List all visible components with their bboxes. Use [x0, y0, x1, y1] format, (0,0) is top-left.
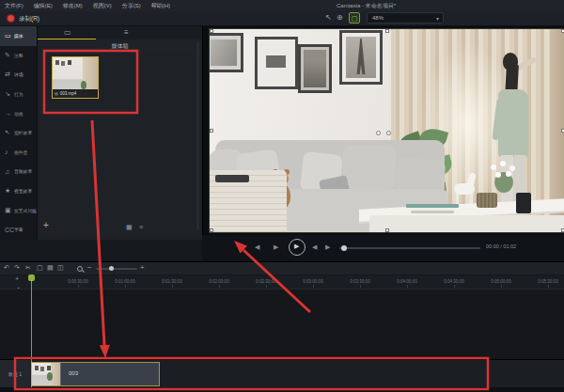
sidebar-item-cursor-effects[interactable]: ↖ 指针效果: [0, 123, 37, 143]
timeline-clip-thumbnail: [32, 363, 60, 385]
menu-item-share[interactable]: 分享(S): [122, 2, 141, 10]
paste-icon[interactable]: ▤: [47, 264, 54, 272]
menu-item-file[interactable]: 文件(F): [5, 2, 24, 10]
sidebar-item-captions[interactable]: CC 字幕: [0, 220, 37, 240]
ruler-timestamp: 0:02:30;00: [256, 279, 275, 284]
ruler-timestamp: 0:05:00;00: [491, 279, 510, 284]
crop-handle[interactable]: [210, 29, 213, 33]
center-handle[interactable]: [376, 131, 381, 135]
sidebar-item-interactivity[interactable]: ▣ 交互式功能: [0, 200, 37, 220]
step-back-icon[interactable]: ◀: [312, 243, 317, 251]
video-canvas[interactable]: [210, 29, 564, 232]
ruler-timestamp: 0:01:00;00: [115, 279, 134, 284]
import-media-button[interactable]: +: [43, 220, 49, 230]
media-clip-thumbnail[interactable]: ▤ 003.mp4: [52, 56, 99, 99]
list-view-icon[interactable]: ≡: [139, 224, 143, 230]
timeline-ruler[interactable]: 0:00:30;00 0:01:00;00 0:01:30;00 0:02:00…: [0, 275, 564, 290]
menu-item-help[interactable]: 帮助(H): [151, 2, 170, 10]
add-track-button[interactable]: +: [15, 275, 19, 282]
redo-icon[interactable]: ↷: [14, 264, 20, 272]
picture-frame: [255, 37, 298, 89]
timeline-clip-003[interactable]: 003: [31, 362, 160, 386]
split-icon[interactable]: ◫: [57, 264, 64, 272]
timeline-clip-label: 003: [69, 370, 78, 376]
sidebar-label: 字幕: [14, 227, 24, 232]
sidebar-label: 媒体: [14, 33, 24, 39]
coffee-table-front: [369, 215, 564, 232]
record-button[interactable]: 录制(R): [19, 15, 39, 24]
step-icon[interactable]: ▶: [274, 243, 278, 251]
sidebar-item-behaviors[interactable]: ↘ 行为: [0, 85, 37, 104]
canvas-zoom-dropdown[interactable]: 48% ▾: [367, 12, 444, 24]
tab-properties-list[interactable]: ≡: [124, 28, 129, 37]
playback-bar: ◀ ▶ ▶ ◀ ▶ 00:00 / 01:02: [202, 235, 564, 261]
play-button[interactable]: ▶: [289, 239, 306, 256]
crop-handle[interactable]: [385, 228, 389, 232]
ruler-timestamp: 0:04:30;00: [444, 279, 463, 284]
crop-handle[interactable]: [385, 29, 389, 33]
record-icon[interactable]: [7, 14, 15, 23]
grid-view-icon[interactable]: ▦: [126, 224, 133, 231]
center-handle[interactable]: [386, 131, 391, 135]
pan-tool-icon[interactable]: ⊕: [337, 13, 343, 23]
sidebar-label: 指针效果: [14, 130, 32, 135]
crop-handle[interactable]: [210, 228, 213, 232]
track-header[interactable]: 轨道 1: [0, 360, 30, 388]
clip-filename: 003.mp4: [60, 91, 77, 96]
tools-sidebar: ▭ 媒体 ✎ 注释 ⇄ 转场 ↘ 行为 → 动画 ↖ 指针效果 ♪ 画外音 ♫ …: [0, 26, 38, 240]
sidebar-item-annotations[interactable]: ✎ 注释: [0, 46, 37, 66]
undo-icon[interactable]: ↶: [4, 264, 9, 272]
sidebar-item-media[interactable]: ▭ 媒体: [0, 26, 37, 46]
menu-item-modify[interactable]: 修改(M): [63, 2, 83, 10]
crop-handle[interactable]: [210, 129, 213, 133]
magic-wand-icon: ★: [5, 187, 14, 195]
active-tab-underline: [38, 39, 96, 40]
timeline-tracks-area[interactable]: [0, 290, 564, 359]
scrubber-track[interactable]: [339, 247, 480, 249]
timeline-zoom-out-button[interactable]: −: [87, 263, 92, 272]
horse-figurine: [452, 172, 478, 206]
microphone-icon: ♪: [5, 149, 14, 155]
scrubber-knob[interactable]: [341, 245, 347, 251]
speaker-object: [516, 193, 531, 213]
sidebar-label: 转场: [14, 72, 24, 78]
time-display: 00:00 / 01:02: [486, 243, 516, 249]
sidebar-item-animations[interactable]: → 动画: [0, 103, 37, 123]
speaker-icon: ♫: [5, 168, 14, 175]
menu-item-edit[interactable]: 编辑(E): [34, 2, 53, 10]
track-name: 轨道 1: [8, 371, 22, 377]
cut-icon[interactable]: ✂: [25, 264, 31, 272]
cursor-effects-icon: ↖: [5, 129, 14, 136]
timeline-zoom-slider[interactable]: [96, 268, 137, 270]
collapse-tracks-icon[interactable]: ⌄: [16, 283, 21, 290]
timeline-zoom-in-button[interactable]: +: [140, 263, 145, 272]
step-forward-icon[interactable]: ▶: [325, 243, 330, 251]
sidebar-item-audio-effects[interactable]: ♫ 音频效果: [0, 162, 37, 181]
cursor-tool-icon[interactable]: ↖: [325, 13, 332, 23]
ruler-timestamp: 0:03:00;00: [303, 279, 322, 284]
crop-tool-icon[interactable]: ▢: [349, 12, 360, 24]
media-bin-title: 媒体箱: [38, 40, 202, 53]
previous-frame-icon[interactable]: ◀: [255, 243, 259, 251]
ruler-timestamp: 0:01:30;00: [162, 279, 181, 284]
media-bin-scrollbar[interactable]: [196, 41, 199, 229]
media-bin-panel: ▭ ≡ 媒体箱 ▤ 003.mp4 + ▦ ≡: [38, 26, 202, 240]
timeline-zoom-knob[interactable]: [109, 266, 114, 271]
sidebar-item-voice-narration[interactable]: ♪ 画外音: [0, 143, 37, 163]
camtasia-window: 文件(F) 编辑(E) 修改(M) 视图(V) 分享(S) 帮助(H) Camt…: [0, 0, 564, 392]
sidebar-item-visual-effects[interactable]: ★ 视觉效果: [0, 181, 37, 201]
air-cooler: [210, 170, 287, 232]
animations-icon: →: [5, 110, 14, 117]
playhead-line[interactable]: [31, 280, 33, 387]
sidebar-item-transitions[interactable]: ⇄ 转场: [0, 65, 37, 85]
menu-item-view[interactable]: 视图(V): [93, 2, 112, 10]
timeline-toolbar: [0, 261, 564, 275]
tab-media-bin[interactable]: ▭: [64, 28, 71, 37]
track-row: 轨道 1 003: [0, 359, 564, 387]
copy-icon[interactable]: ▢: [37, 264, 43, 272]
canvas-zoom-value: 48%: [372, 15, 384, 21]
ruler-timestamp: 0:04:00;00: [397, 279, 416, 284]
captions-icon: CC: [5, 227, 14, 233]
media-bin-tabs: ▭ ≡: [38, 26, 202, 39]
sidebar-label: 注释: [14, 53, 24, 58]
